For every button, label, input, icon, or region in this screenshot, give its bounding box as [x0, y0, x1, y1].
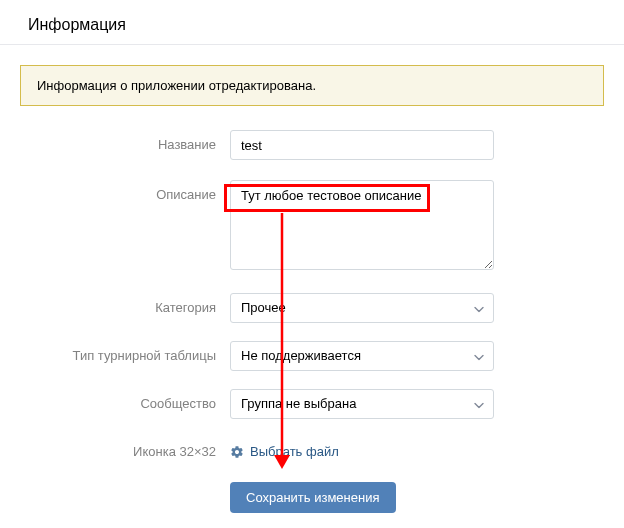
- tournament-selected: Не поддерживается: [230, 341, 494, 371]
- notice-success: Информация о приложении отредактирована.: [20, 65, 604, 106]
- gear-icon: [230, 445, 244, 459]
- page-title: Информация: [0, 0, 624, 44]
- row-description: Описание: [20, 180, 604, 273]
- label-name: Название: [20, 130, 230, 152]
- category-selected: Прочее: [230, 293, 494, 323]
- label-description: Описание: [20, 180, 230, 202]
- row-name: Название: [20, 130, 604, 160]
- community-selected: Группа не выбрана: [230, 389, 494, 419]
- name-input[interactable]: [230, 130, 494, 160]
- category-select[interactable]: Прочее: [230, 293, 494, 323]
- label-tournament: Тип турнирной таблицы: [20, 341, 230, 363]
- choose-file-text: Выбрать файл: [250, 444, 339, 459]
- label-community: Сообщество: [20, 389, 230, 411]
- description-textarea[interactable]: [230, 180, 494, 270]
- tournament-select[interactable]: Не поддерживается: [230, 341, 494, 371]
- submit-row: Сохранить изменения: [20, 482, 604, 513]
- choose-file-link[interactable]: Выбрать файл: [230, 437, 339, 459]
- label-category: Категория: [20, 293, 230, 315]
- row-icon: Иконка 32×32 Выбрать файл: [20, 437, 604, 462]
- label-icon: Иконка 32×32: [20, 437, 230, 459]
- row-community: Сообщество Группа не выбрана: [20, 389, 604, 419]
- content: Информация о приложении отредактирована.…: [0, 45, 624, 528]
- row-category: Категория Прочее: [20, 293, 604, 323]
- save-button[interactable]: Сохранить изменения: [230, 482, 396, 513]
- notice-text: Информация о приложении отредактирована.: [37, 78, 316, 93]
- row-tournament: Тип турнирной таблицы Не поддерживается: [20, 341, 604, 371]
- community-select[interactable]: Группа не выбрана: [230, 389, 494, 419]
